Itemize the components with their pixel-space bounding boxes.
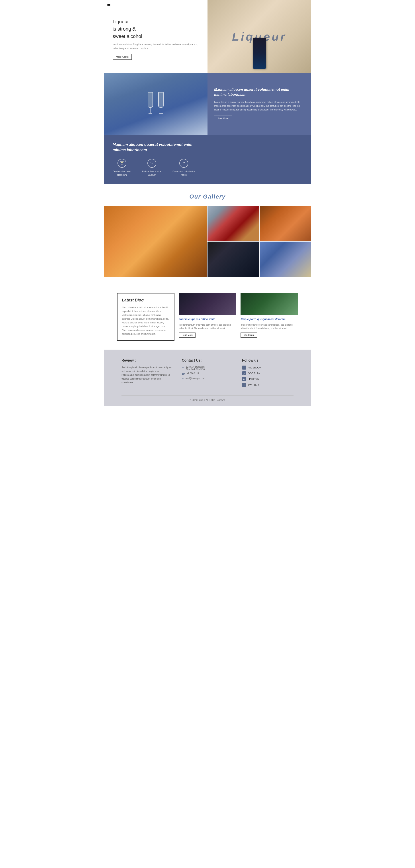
hero-left: ☰ Liqueur is strong & sweet alcohol Vest… — [104, 0, 208, 73]
champagne-glass-1 — [147, 92, 153, 117]
blog-card-1: sunt in culpa qui officia velit Integer … — [179, 293, 236, 338]
more-about-button[interactable]: More About — [113, 54, 132, 60]
blog-thumbnail-2 — [241, 293, 298, 315]
contact-phone: ☎ +1 866 2111 — [182, 372, 233, 375]
facebook-label: FACEBOOK — [248, 366, 261, 369]
linkedin-label: LINKEDIN — [248, 378, 259, 380]
hero-right: Liqueur — [208, 0, 311, 73]
see-more-button[interactable]: See More — [214, 116, 232, 121]
footer-review-col: Review : Sed ut turpis elit ullamcorper … — [122, 359, 173, 389]
icon-label-2: Finibus Bonorum et Malorum — [142, 170, 161, 177]
gallery-item-2[interactable] — [208, 206, 259, 241]
blog-featured-title: Latest Blog — [122, 298, 169, 303]
google-label: GOOGLE+ — [248, 372, 260, 375]
glass-top — [148, 92, 153, 107]
gallery-image-2 — [208, 206, 259, 241]
review-text: Sed ut turpis elit ullamcorper in auctor… — [122, 366, 173, 384]
gallery-item-1[interactable] — [104, 206, 207, 277]
blue-section: Magnam aliquam quaerat voluptatemut enim… — [104, 135, 311, 184]
footer-contact-col: Contact Us: ▲ 123 Sun Stelection New Yor… — [182, 359, 233, 389]
blog-grid: Latest Blog Nunc pharetra In odio sit am… — [117, 293, 298, 341]
hero-image: Liqueur — [208, 0, 311, 73]
twitter-icon: t — [242, 383, 246, 387]
glass-top — [158, 92, 164, 107]
blog-post-desc-2: Integer interdum eros vitae sem ultrices… — [241, 323, 298, 330]
mid-description: Lorem Ipsum is simply dummy the when an … — [214, 100, 305, 112]
mid-section: Magnam aliquam quaerat voluptatemut enim… — [104, 73, 311, 135]
blog-post-title-2: Neque porro quisquam est dolorem — [241, 317, 298, 321]
address-text: 123 Sun Stelection New York City USA — [186, 366, 205, 370]
phone-text: +1 866 2111 — [187, 372, 199, 375]
cocktail-icon: 🍸 — [118, 159, 126, 168]
location-icon: ▲ — [182, 366, 184, 368]
glass-base — [159, 113, 163, 114]
circle-icon: ⊙ — [179, 159, 188, 168]
mid-right: Magnam aliquam quaerat voluptatemut enim… — [208, 73, 311, 135]
champagne-visual — [104, 73, 208, 135]
social-twitter[interactable]: t TWITTER — [242, 383, 293, 387]
blog-featured-text: Nunc pharetra In odio sit amet maximus. … — [122, 306, 169, 336]
copyright-text: © 2020 Liqueur. All Rights Reserved — [190, 399, 225, 401]
icon-label-1: Curabitur hendrerit bibendum — [113, 170, 131, 177]
gallery-image-5 — [260, 242, 311, 277]
footer-follow-col: Follow us: f FACEBOOK g+ GOOGLE+ in LINK… — [242, 359, 293, 389]
icon-label-3: Donec non dolor lectus mollis — [172, 170, 195, 177]
blog-thumbnail-1 — [179, 293, 236, 315]
gallery-grid — [104, 206, 311, 278]
footer-bottom: © 2020 Liqueur. All Rights Reserved — [122, 395, 293, 401]
social-facebook[interactable]: f FACEBOOK — [242, 366, 293, 370]
twitter-label: TWITTER — [248, 383, 259, 386]
phone-icon: ☎ — [182, 372, 185, 375]
champagne-image — [104, 73, 208, 135]
glass-base — [149, 113, 152, 114]
contact-email: ✉ mail@example.com — [182, 377, 233, 380]
blog-featured-card: Latest Blog Nunc pharetra In odio sit am… — [117, 293, 174, 341]
hero-description: Vestibulum dictum fringilla accumary fus… — [113, 42, 199, 50]
mid-title: Magnam aliquam quaerat voluptatemut enim… — [214, 87, 305, 97]
gallery-item-4[interactable] — [208, 242, 259, 277]
gallery-image-1 — [104, 206, 207, 277]
gallery-image-4 — [208, 242, 259, 277]
blog-card-2: Neque porro quisquam est dolorem Integer… — [241, 293, 298, 338]
hero-section: ☰ Liqueur is strong & sweet alcohol Vest… — [104, 0, 311, 73]
read-more-button-1[interactable]: Read More — [179, 333, 195, 338]
facebook-icon: f — [242, 366, 246, 370]
email-text: mail@example.com — [186, 377, 205, 379]
hamburger-icon[interactable]: ☰ — [107, 3, 110, 8]
champagne-glass-2 — [158, 92, 164, 117]
review-title: Review : — [122, 359, 173, 363]
social-google[interactable]: g+ GOOGLE+ — [242, 371, 293, 375]
glass-stem — [161, 107, 161, 113]
blue-icons-row: 🍸 Curabitur hendrerit bibendum ♡ Finibus… — [113, 159, 302, 177]
blog-section: Latest Blog Nunc pharetra In odio sit am… — [104, 284, 311, 350]
gallery-item-5[interactable] — [260, 242, 311, 277]
contact-title: Contact Us: — [182, 359, 233, 363]
email-icon: ✉ — [182, 377, 184, 380]
hero-title: Liqueur is strong & sweet alcohol — [113, 18, 199, 40]
blue-icon-item-3: ⊙ Donec non dolor lectus mollis — [172, 159, 195, 177]
glass-stem — [150, 107, 151, 113]
google-icon: g+ — [242, 371, 246, 375]
gallery-title: Our Gallery — [104, 193, 311, 200]
gallery-image-3 — [260, 206, 311, 241]
heart-icon: ♡ — [148, 159, 156, 168]
blue-title: Magnam aliquam quaerat voluptatemut enim… — [113, 142, 302, 153]
blog-post-desc-1: Integer interdum eros vitae sem ultrices… — [179, 323, 236, 330]
gallery-item-3[interactable] — [260, 206, 311, 241]
blog-post-title-1: sunt in culpa qui officia velit — [179, 317, 236, 321]
blue-icon-item-2: ♡ Finibus Bonorum et Malorum — [142, 159, 161, 177]
follow-title: Follow us: — [242, 359, 293, 363]
footer-grid: Review : Sed ut turpis elit ullamcorper … — [122, 359, 293, 389]
blue-icon-item-1: 🍸 Curabitur hendrerit bibendum — [113, 159, 131, 177]
linkedin-icon: in — [242, 377, 246, 381]
read-more-button-2[interactable]: Read More — [241, 333, 257, 338]
footer: Review : Sed ut turpis elit ullamcorper … — [104, 350, 311, 406]
wine-bottle-image — [253, 38, 266, 69]
social-linkedin[interactable]: in LINKEDIN — [242, 377, 293, 381]
contact-address: ▲ 123 Sun Stelection New York City USA — [182, 366, 233, 370]
gallery-section: Our Gallery — [104, 184, 311, 284]
